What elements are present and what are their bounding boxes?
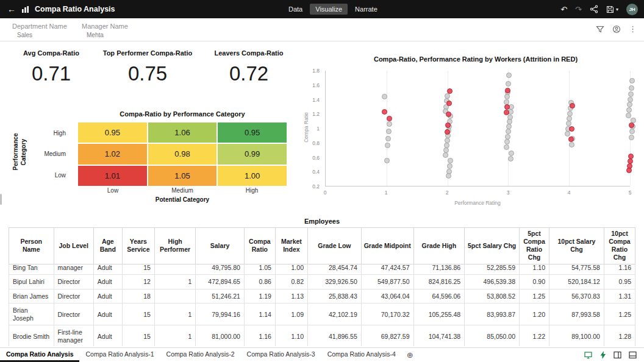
scatter-point-workers[interactable] — [629, 78, 635, 83]
heatmap-cell-high-high[interactable]: 0.95 — [218, 122, 287, 143]
scatter-point-attrition[interactable] — [570, 103, 575, 108]
scatter-point-workers[interactable] — [627, 102, 632, 107]
table-cell[interactable]: Bipul Lahiri — [9, 275, 54, 289]
table-cell[interactable]: 89,100.00 — [549, 325, 604, 346]
table-row[interactable]: Brian JamesDirectorAdult1851,246.211.191… — [9, 289, 635, 303]
table-cell[interactable]: 0.90 — [520, 275, 549, 289]
kpi-top-performer-compa-ratio[interactable]: Top Performer Compa-Ratio 0.75 — [96, 49, 199, 85]
scatter-point-attrition[interactable] — [504, 104, 510, 110]
scatter-point-workers[interactable] — [382, 94, 387, 99]
scatter-point-workers[interactable] — [506, 129, 511, 134]
scatter-point-attrition[interactable] — [445, 129, 450, 135]
table-cell[interactable]: 1.14 — [244, 303, 275, 325]
scatter-point-attrition[interactable] — [446, 112, 451, 117]
scatter-point-workers[interactable] — [629, 129, 635, 134]
table-cell[interactable]: 71,136.86 — [413, 264, 465, 275]
heatmap-cell-medium-low[interactable]: 1.02 — [78, 144, 147, 164]
scatter-point-attrition[interactable] — [569, 126, 574, 132]
table-cell[interactable]: Brodie Smith — [9, 325, 54, 346]
back-button[interactable]: ← — [7, 4, 16, 14]
present-mode-icon[interactable] — [584, 351, 592, 359]
column-header[interactable]: 10pct Salary Chg — [549, 228, 604, 264]
table-cell[interactable]: 47,424.57 — [361, 264, 413, 275]
heatmap-cell-high-low[interactable]: 0.95 — [78, 122, 147, 143]
share-icon[interactable] — [590, 5, 598, 13]
table-cell[interactable]: 51,246.21 — [196, 289, 245, 303]
table-cell[interactable]: Adult — [93, 289, 122, 303]
column-header[interactable]: 5pct Salary Chg — [465, 228, 520, 264]
canvas-tab-5[interactable]: Compa Ratio Analysis-4 — [321, 348, 402, 362]
table-cell[interactable]: 83,993.87 — [465, 303, 520, 325]
scatter-point-workers[interactable] — [629, 135, 634, 140]
filter-settings-icon[interactable] — [596, 25, 604, 34]
table-row[interactable]: Bipul LahiriDirectorAdult121472,894.650.… — [9, 275, 635, 289]
add-canvas-icon[interactable]: ⊕ — [402, 348, 418, 362]
table-cell[interactable]: 85,050.00 — [465, 325, 520, 346]
scatter-point-attrition[interactable] — [626, 168, 632, 173]
scatter-point-workers[interactable] — [629, 85, 634, 91]
table-cell[interactable]: 105,255.48 — [413, 303, 465, 325]
column-header[interactable]: Grade Midpoint — [361, 228, 413, 264]
column-header[interactable]: Grade Low — [307, 228, 361, 264]
scatter-point-attrition[interactable] — [505, 88, 510, 93]
scatter-point-attrition[interactable] — [447, 88, 453, 94]
table-cell[interactable]: 1 — [154, 303, 195, 325]
table-cell[interactable]: 1.10 — [275, 325, 307, 346]
table-cell[interactable]: 1.00 — [275, 264, 307, 275]
table-cell[interactable]: 1.05 — [244, 264, 275, 275]
scatter-point-workers[interactable] — [506, 73, 512, 78]
employees-table-viewport[interactable]: Bing TanmanagerAdult1549,795.801.051.002… — [9, 264, 635, 346]
column-header[interactable]: Compa Ratio — [244, 228, 275, 264]
tab-visualize[interactable]: Visualize — [310, 4, 348, 15]
table-cell[interactable]: manager — [54, 264, 93, 275]
table-cell[interactable]: 54,775.58 — [549, 264, 604, 275]
scatter-point-workers[interactable] — [509, 151, 514, 156]
scatter-point-workers[interactable] — [504, 94, 510, 99]
canvas-scrollbar[interactable] — [0, 194, 2, 205]
table-cell[interactable]: 1.25 — [520, 289, 549, 303]
table-cell[interactable]: 1 — [154, 325, 195, 346]
table-cell[interactable] — [154, 264, 195, 275]
scatter-point-workers[interactable] — [506, 81, 511, 87]
heatmap-cell-low-medium[interactable]: 1.05 — [148, 166, 217, 186]
scatter-point-workers[interactable] — [504, 144, 509, 150]
scatter-point-workers[interactable] — [626, 107, 632, 113]
table-cell[interactable]: 42,102.19 — [307, 303, 361, 325]
table-row[interactable]: Brodie SmithFirst-line managerAdult15181… — [9, 325, 635, 346]
column-header[interactable]: Grade High — [413, 228, 465, 264]
table-cell[interactable]: 43,064.04 — [361, 289, 413, 303]
table-cell[interactable]: 1 — [154, 275, 195, 289]
table-cell[interactable]: 104,741.38 — [413, 325, 465, 346]
scatter-point-workers[interactable] — [387, 121, 392, 127]
table-cell[interactable]: 41,896.55 — [307, 325, 361, 346]
column-header[interactable]: Salary — [196, 228, 245, 264]
kpi-leavers-compa-ratio[interactable]: Leavers Compa-Ratio 0.72 — [206, 49, 292, 85]
table-cell[interactable]: 824,816.25 — [413, 275, 465, 289]
scatter-point-attrition[interactable] — [387, 116, 392, 121]
table-cell[interactable]: 25,838.43 — [307, 289, 361, 303]
table-cell[interactable]: 18 — [122, 289, 154, 303]
table-cell[interactable]: 1.20 — [520, 303, 549, 325]
scatter-point-workers[interactable] — [565, 131, 570, 137]
table-cell[interactable]: 1.10 — [520, 264, 549, 275]
table-row[interactable]: Bing TanmanagerAdult1549,795.801.051.002… — [9, 264, 635, 275]
table-cell[interactable]: 0.95 — [604, 275, 635, 289]
table-row[interactable]: Brian JosephDirectorAdult15179,994.161.1… — [9, 303, 635, 325]
scatter-point-workers[interactable] — [504, 139, 510, 144]
table-cell[interactable]: 1.09 — [275, 303, 307, 325]
save-caret-icon[interactable]: ▾ — [616, 7, 618, 12]
table-cell[interactable]: 15 — [122, 303, 154, 325]
column-header[interactable]: 5pct Compa Ratio Chg — [520, 228, 549, 264]
save-button[interactable]: ▾ — [606, 5, 618, 13]
more-options-icon[interactable]: ⋮ — [629, 24, 637, 34]
scatter-point-attrition[interactable] — [446, 101, 452, 106]
scatter-point-attrition[interactable] — [629, 122, 634, 128]
table-cell[interactable]: Director — [54, 275, 93, 289]
scatter-point-workers[interactable] — [386, 129, 392, 134]
scatter-point-workers[interactable] — [384, 158, 390, 163]
table-cell[interactable]: Director — [54, 289, 93, 303]
scatter-point-attrition[interactable] — [568, 137, 574, 142]
scatter-point-attrition[interactable] — [504, 110, 509, 115]
column-header[interactable]: Years Service — [122, 228, 154, 264]
canvas-tab-2[interactable]: Compa Ratio Analysis-1 — [79, 348, 160, 362]
